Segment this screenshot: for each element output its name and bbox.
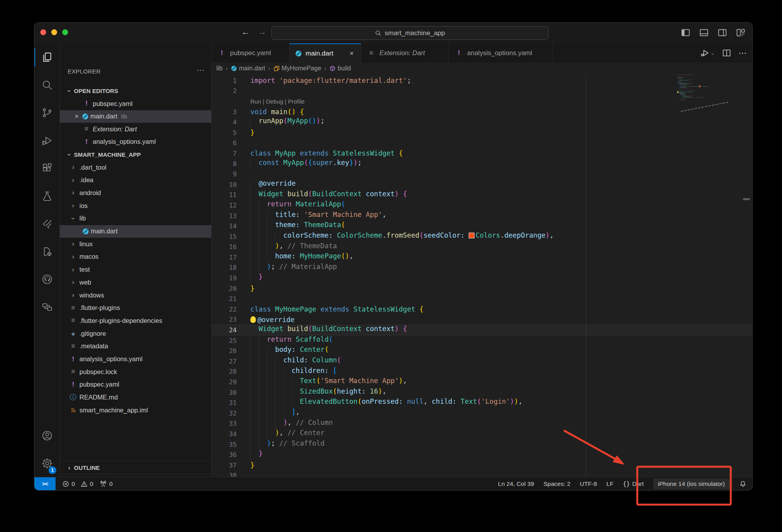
code-line-27[interactable]: 27 child: Column(: [212, 356, 752, 367]
github-icon[interactable]: [34, 265, 59, 293]
project-root-header[interactable]: › SMART_MACHINE_APP: [60, 148, 211, 161]
code-line-3[interactable]: 3void main() {: [212, 107, 752, 117]
open-editors-header[interactable]: › OPEN EDITORS: [60, 84, 211, 97]
code-line-12[interactable]: 12 return MaterialApp(: [212, 200, 752, 211]
toggle-primary-sidebar-icon[interactable]: [680, 27, 691, 38]
tree-folder-lib[interactable]: ›lib: [60, 212, 211, 225]
codelens-actions[interactable]: Run | Debug | Profile: [245, 98, 305, 105]
history-back-icon[interactable]: ←: [241, 27, 250, 37]
tab-analysis-options-yaml[interactable]: !analysis_options.yaml: [449, 43, 552, 63]
code-line-11[interactable]: 11 Widget build(BuildContext context) {: [212, 190, 752, 201]
tree-file-.flutter-plugins-dependencies[interactable]: ≡.flutter-plugins-dependencies: [60, 314, 211, 327]
tree-folder-ios[interactable]: ›ios: [60, 199, 211, 212]
breadcrumb-item-build[interactable]: build: [329, 65, 351, 72]
code-line-15[interactable]: 15 colorScheme: ColorScheme.fromSeed(see…: [212, 231, 752, 242]
notifications-bell-icon[interactable]: [739, 480, 747, 488]
tree-file-README.md[interactable]: ⓘREADME.md: [60, 391, 211, 404]
code-line-28[interactable]: 28 children: [: [212, 367, 752, 377]
tree-folder-web[interactable]: ›web: [60, 276, 211, 288]
code-line-34[interactable]: 34 ), // Center: [212, 429, 752, 439]
flutter-icon[interactable]: [34, 210, 59, 238]
breadcrumb-item-lib[interactable]: lib: [216, 65, 223, 72]
open-editor-item[interactable]: ≡Extension: Dart: [60, 123, 211, 135]
code-line-8[interactable]: 8 const MyApp({super.key});: [212, 159, 752, 169]
code-line-10[interactable]: 10 @override: [212, 179, 752, 190]
breadcrumb[interactable]: lib›main.dart›MyHomePage›build: [212, 63, 752, 74]
tree-file-.gitignore[interactable]: ◆.gitignore: [60, 327, 211, 340]
breadcrumb-item-main.dart[interactable]: main.dart: [231, 65, 265, 72]
tab-pubspec-yaml[interactable]: !pubspec.yaml: [212, 43, 289, 63]
status-item[interactable]: Ln 24, Col 39: [498, 480, 534, 487]
tree-file-smart_machine_app.iml[interactable]: smart_machine_app.iml: [60, 404, 211, 416]
minimize-window-button[interactable]: [51, 29, 57, 35]
tree-file-.flutter-plugins[interactable]: ≡.flutter-plugins: [60, 302, 211, 314]
search-input[interactable]: smart_machine_app: [271, 26, 548, 40]
breadcrumb-item-myhomepage[interactable]: MyHomePage: [273, 65, 321, 72]
code-line-30[interactable]: 30 SizedBox(height: 16),: [212, 387, 752, 398]
more-actions-icon[interactable]: ···: [196, 65, 204, 74]
codelens-row[interactable]: Run | Debug | Profile: [212, 96, 752, 107]
code-line-25[interactable]: 25 return Scaffold(: [212, 335, 752, 346]
close-icon[interactable]: ×: [348, 50, 355, 57]
code-line-17[interactable]: 17 home: MyHomePage(),: [212, 252, 752, 263]
toggle-panel-icon[interactable]: [699, 27, 709, 38]
tree-folder-.idea[interactable]: ›.idea: [60, 174, 211, 186]
files-icon[interactable]: [34, 43, 59, 71]
code-line-37[interactable]: 37}: [212, 460, 752, 471]
tree-file-pubspec.lock[interactable]: ≡pubspec.lock: [60, 365, 211, 378]
testing-icon[interactable]: [34, 182, 59, 210]
tree-folder-android[interactable]: ›android: [60, 186, 211, 199]
extensions-icon[interactable]: [34, 154, 59, 182]
code-line-2[interactable]: 2: [212, 86, 752, 97]
code-editor[interactable]: 1import 'package:flutter/material.dart';…: [212, 74, 752, 477]
tree-file-analysis_options.yaml[interactable]: !analysis_options.yaml: [60, 353, 211, 365]
tree-folder-windows[interactable]: ›windows: [60, 289, 211, 301]
tree-file-.metadata[interactable]: ≡.metadata: [60, 340, 211, 353]
remote-indicator-button[interactable]: ><: [34, 477, 56, 490]
history-forward-icon[interactable]: →: [257, 27, 266, 37]
tree-folder-macos[interactable]: ›macos: [60, 251, 211, 263]
code-line-36[interactable]: 36 }: [212, 450, 752, 460]
tree-file-pubspec.yaml[interactable]: !pubspec.yaml: [60, 378, 211, 391]
toggle-secondary-sidebar-icon[interactable]: [717, 27, 728, 38]
code-line-33[interactable]: 33 ), // Column: [212, 419, 752, 429]
status-item[interactable]: Spaces: 2: [543, 480, 570, 487]
run-or-debug-icon[interactable]: ⌄: [700, 48, 715, 58]
project-file-icon[interactable]: [34, 238, 59, 265]
more-actions-icon[interactable]: ⋯: [739, 48, 747, 58]
tree-folder-test[interactable]: ›test: [60, 263, 211, 276]
code-line-13[interactable]: 13 title: 'Smart Machine App',: [212, 211, 752, 221]
code-line-29[interactable]: 29 Text('Smart Machine App'),: [212, 377, 752, 387]
problems-status[interactable]: 0 0: [62, 480, 93, 488]
code-line-6[interactable]: 6: [212, 138, 752, 149]
source-control-icon[interactable]: [34, 99, 59, 127]
split-editor-icon[interactable]: [722, 48, 732, 58]
status-device-selector[interactable]: iPhone 14 (ios simulator): [653, 478, 730, 489]
remote-windows-icon[interactable]: [34, 293, 59, 321]
scrollbar-marker[interactable]: [743, 198, 750, 200]
code-line-1[interactable]: 1import 'package:flutter/material.dart';: [212, 75, 752, 86]
tree-file-main.dart[interactable]: main.dart: [60, 225, 211, 238]
status-item[interactable]: LF: [606, 480, 613, 487]
code-line-16[interactable]: 16 ), // ThemeData: [212, 242, 752, 253]
code-line-32[interactable]: 32 ],: [212, 408, 752, 419]
code-line-23[interactable]: 23@override: [212, 315, 752, 325]
tab-extension-dart[interactable]: ≡Extension: Dart: [361, 43, 449, 63]
status-item[interactable]: {}Dart: [623, 480, 644, 487]
code-line-38[interactable]: 38: [212, 471, 752, 477]
open-editor-item[interactable]: !pubspec.yaml: [60, 97, 211, 110]
close-icon[interactable]: ×: [72, 113, 82, 120]
code-line-5[interactable]: 5}: [212, 127, 752, 138]
zoom-window-button[interactable]: [62, 29, 68, 35]
status-item[interactable]: UTF-8: [580, 480, 597, 487]
tree-folder-.dart_tool[interactable]: ›.dart_tool: [60, 161, 211, 174]
minimap[interactable]: import 'package:flutter/material.dart';v…: [677, 75, 752, 122]
search-icon[interactable]: [34, 71, 59, 99]
code-line-26[interactable]: 26 body: Center(: [212, 346, 752, 356]
close-window-button[interactable]: [40, 29, 46, 35]
code-line-35[interactable]: 35 ); // Scaffold: [212, 439, 752, 450]
code-line-7[interactable]: 7class MyApp extends StatelessWidget {: [212, 148, 752, 159]
run-debug-icon[interactable]: [34, 127, 59, 154]
section-header-outline[interactable]: ›OUTLINE: [60, 461, 211, 474]
tab-main-dart[interactable]: main.dart×: [289, 43, 361, 63]
